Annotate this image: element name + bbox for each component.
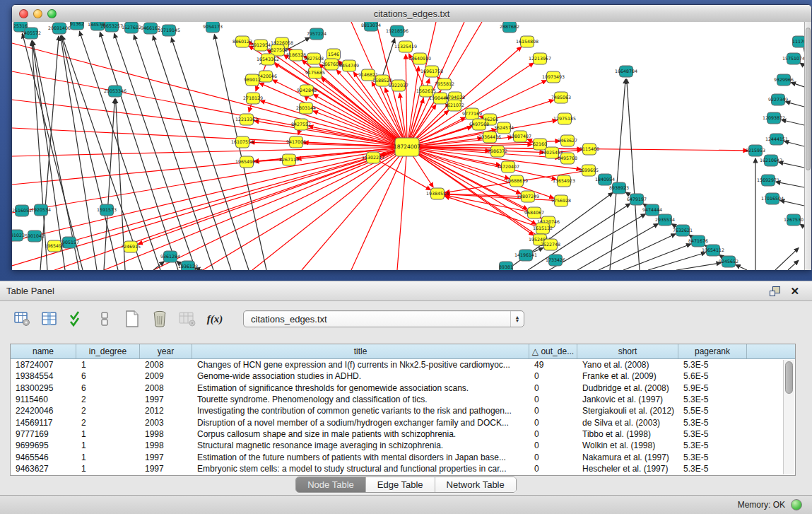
network-window-titlebar[interactable]: citations_edges.txt (12, 5, 811, 23)
table-cell[interactable]: 2 (76, 418, 140, 428)
table-row[interactable]: 2242004622012Investigating the contribut… (11, 405, 795, 416)
table-cell[interactable]: 1 (76, 360, 140, 370)
table-cell[interactable]: Nakamura et al. (1997) (577, 452, 678, 462)
table-cell[interactable]: Estimation of the future numbers of pati… (192, 452, 529, 462)
table-cell[interactable]: 5.9E-5 (678, 383, 747, 393)
table-cell[interactable]: Yano et al. (2008) (577, 360, 678, 370)
select-rows-icon[interactable] (68, 310, 86, 328)
table-cell[interactable]: 0 (529, 371, 577, 381)
table-row[interactable]: 1456911722003Disruption of a novel membe… (11, 416, 795, 428)
table-cell[interactable]: 0 (529, 440, 577, 450)
column-header-name[interactable]: name (11, 344, 76, 358)
table-row[interactable]: 946554611997Estimation of the future num… (11, 451, 795, 462)
table-cell[interactable]: Stergiakouli et al. (2012) (577, 406, 678, 416)
table-cell[interactable]: 5.3E-5 (678, 429, 747, 439)
table-cell[interactable]: Jankovic et al. (1997) (577, 395, 678, 404)
table-cell[interactable]: 5.3E-5 (678, 360, 747, 370)
table-cell[interactable]: 14569117 (11, 418, 76, 428)
table-cell[interactable]: Hescheler et al. (1997) (577, 464, 678, 474)
table-cell[interactable]: 0 (529, 395, 577, 404)
network-canvas[interactable]: 2531624055722069140691362184578110653257… (12, 22, 804, 270)
table-cell[interactable]: 1 (76, 440, 140, 450)
float-panel-icon[interactable] (770, 286, 780, 296)
new-document-icon[interactable] (123, 310, 141, 328)
table-cell[interactable]: 1997 (140, 395, 192, 404)
table-cell[interactable]: 2 (76, 406, 140, 416)
table-cell[interactable]: 5.3E-5 (678, 440, 747, 450)
table-cell[interactable]: Wolkin et al. (1998) (577, 440, 678, 450)
memory-ok-icon[interactable] (791, 499, 802, 510)
table-cell[interactable]: Franke et al. (2009) (577, 371, 678, 381)
combo-stepper-icon[interactable]: ▲▼ (510, 311, 524, 327)
column-header-title[interactable]: title (192, 344, 529, 358)
table-cell[interactable]: 1 (76, 452, 140, 462)
table-row[interactable]: 1830029562008Estimation of significance … (11, 382, 795, 394)
column-header-short[interactable]: short (577, 344, 678, 358)
table-cell[interactable]: Embryonic stem cells: a model to study s… (192, 464, 529, 474)
table-cell[interactable]: 5.3E-5 (678, 395, 747, 404)
table-cell[interactable]: 9699695 (11, 440, 76, 450)
table-cell[interactable]: Genome-wide association studies in ADHD. (192, 371, 529, 381)
table-cell[interactable]: 5.3E-5 (678, 452, 747, 462)
table-cell[interactable]: 5.5E-5 (678, 406, 747, 416)
column-header-out_de[interactable]: △ out_de... (529, 344, 577, 358)
table-cell[interactable]: 6 (76, 371, 140, 381)
table-cell[interactable]: Structural magnetic resonance image aver… (192, 440, 529, 450)
table-row[interactable]: 911546021997Tourette syndrome. Phenomeno… (11, 394, 795, 405)
table-cell[interactable]: 5.3E-5 (678, 418, 747, 428)
table-cell[interactable]: 6 (76, 383, 140, 393)
table-cell[interactable]: 22420046 (11, 406, 76, 416)
network-vertical-scrollbar[interactable] (804, 22, 811, 270)
show-columns-icon[interactable] (40, 310, 59, 328)
table-cell[interactable]: 18300295 (11, 383, 76, 393)
table-cell[interactable]: 5.6E-5 (678, 371, 747, 381)
table-selector-combobox[interactable]: citations_edges.txt ▲▼ (243, 310, 524, 327)
table-cell[interactable]: 0 (529, 418, 577, 428)
table-cell[interactable]: 9777169 (11, 429, 76, 439)
table-cell[interactable]: 5.3E-5 (678, 464, 747, 474)
table-row[interactable]: 946362711997Embryonic stem cells: a mode… (11, 463, 795, 474)
table-row[interactable]: 969969511998Structural magnetic resonanc… (11, 440, 795, 451)
column-header-pagerank[interactable]: pagerank (678, 344, 747, 358)
table-cell[interactable]: 2008 (140, 383, 192, 393)
function-builder-icon[interactable]: f(x) (206, 310, 224, 328)
table-row[interactable]: 1938455462009Genome-wide association stu… (11, 370, 795, 382)
table-cell[interactable]: 0 (529, 464, 577, 474)
table-cell[interactable]: 2009 (140, 371, 192, 381)
table-settings-icon[interactable] (13, 310, 31, 328)
delete-table-icon[interactable] (151, 310, 169, 328)
table-cell[interactable]: 9115460 (11, 395, 76, 404)
table-cell[interactable]: 9465546 (11, 452, 76, 462)
column-header-year[interactable]: year (140, 344, 192, 358)
table-row[interactable]: 1872400712008Changes of HCN gene express… (11, 359, 795, 370)
table-cell[interactable]: 0 (529, 429, 577, 439)
table-cell[interactable]: Changes of HCN gene expression and I(f) … (192, 360, 529, 370)
network-window[interactable]: citations_edges.txt 25316240557220691406… (11, 4, 812, 269)
table-cell[interactable]: 49 (529, 360, 577, 370)
table-cell[interactable]: Investigating the contribution of common… (192, 406, 529, 416)
table-cell[interactable]: 1997 (140, 464, 192, 474)
table-cell[interactable]: 2008 (140, 360, 192, 370)
vertical-splitter[interactable] (0, 269, 812, 281)
table-cell[interactable]: Tourette syndrome. Phenomenology and cla… (192, 395, 529, 404)
table-cell[interactable]: Tibbo et al. (1998) (577, 429, 678, 439)
table-cell[interactable]: 0 (529, 406, 577, 416)
column-chooser-icon[interactable] (95, 310, 114, 328)
close-panel-icon[interactable]: ✕ (790, 286, 799, 296)
table-cell[interactable]: 19384554 (11, 371, 76, 381)
tab-node-table[interactable]: Node Table (296, 477, 366, 492)
table-cell[interactable]: Dudbridge et al. (2008) (577, 383, 678, 393)
table-cell[interactable]: 2012 (140, 406, 192, 416)
table-cell[interactable]: 18724007 (11, 360, 76, 370)
table-cell[interactable]: 2003 (140, 418, 192, 428)
table-cell[interactable]: Corpus callosum shape and size in male p… (192, 429, 529, 439)
table-cell[interactable]: 0 (529, 383, 577, 393)
table-cell[interactable]: 2 (76, 395, 140, 404)
column-header-in_degree[interactable]: in_degree (76, 344, 140, 358)
table-cell[interactable]: 0 (529, 452, 577, 462)
table-vertical-scrollbar[interactable] (783, 360, 794, 474)
table-cell[interactable]: 1998 (140, 429, 192, 439)
table-cell[interactable]: 9463627 (11, 464, 76, 474)
table-cell[interactable]: Estimation of significance thresholds fo… (192, 383, 529, 393)
table-cell[interactable]: de Silva et al. (2003) (577, 418, 678, 428)
